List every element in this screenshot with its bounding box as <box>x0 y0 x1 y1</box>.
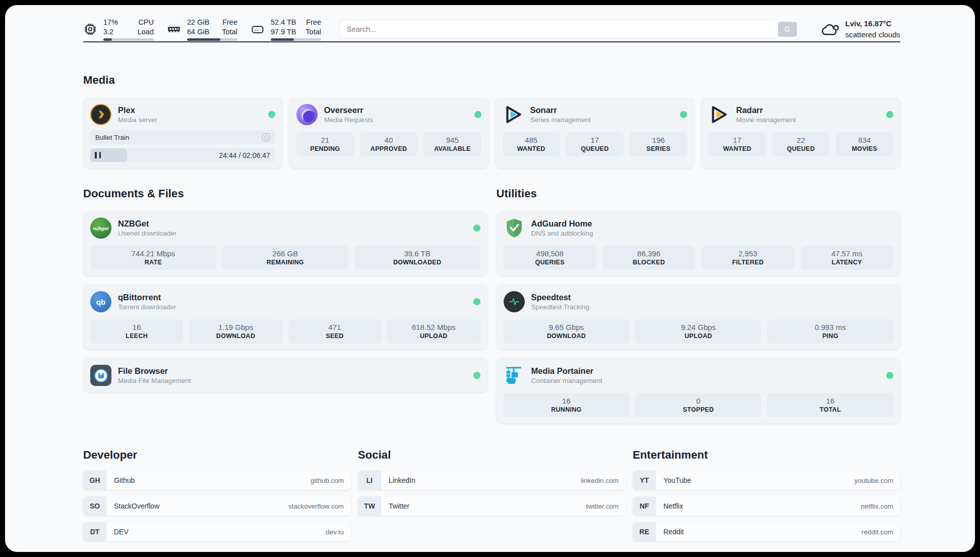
link-url: netflix.com <box>861 496 900 516</box>
section-title-social: Social <box>358 449 626 462</box>
status-online-dot <box>473 298 480 305</box>
stat-download: 1.19 Gbps DOWNLOAD <box>189 319 282 344</box>
app-name: AdGuard Home <box>531 219 593 229</box>
link-label: DEV <box>106 522 129 541</box>
cpu-icon <box>83 22 97 36</box>
link-dev[interactable]: DT DEV dev.to <box>83 522 351 541</box>
status-online-dot <box>473 225 480 232</box>
open-modal-icon[interactable] <box>262 133 270 141</box>
card-radarr[interactable]: Radarr Movie management 17 WANTED 22 QUE… <box>701 98 900 168</box>
stat-leech: 16 LEECH <box>90 319 183 344</box>
stat-download: 9.65 Gbps DOWNLOAD <box>504 319 630 344</box>
link-url: reddit.com <box>862 522 900 541</box>
section-title-documents: Documents & Files <box>83 187 487 200</box>
now-playing-title: Bullet Train <box>95 134 130 141</box>
app-description: Speedtest Tracking <box>531 303 590 311</box>
stat-stopped: 0 STOPPED <box>635 393 761 417</box>
stat-wanted: 17 WANTED <box>708 132 766 156</box>
card-adguard[interactable]: AdGuard Home DNS and adblocking 498,508 … <box>497 211 901 276</box>
app-name: Overseerr <box>324 105 374 115</box>
card-portainer[interactable]: Media Portainer Container management 16 … <box>497 359 901 423</box>
pause-icon[interactable] <box>95 152 101 158</box>
link-stackoverflow[interactable]: SO StackOverflow stackoverflow.com <box>83 496 351 516</box>
app-description: Container management <box>531 377 602 384</box>
app-description: Media Requests <box>324 116 374 124</box>
card-speedtest[interactable]: Speedtest Speedtest Tracking 9.65 Gbps D… <box>497 285 901 350</box>
link-url: github.com <box>311 471 351 490</box>
stat-series: 196 SERIES <box>630 132 687 156</box>
adguard-icon <box>504 217 525 239</box>
link-label: Reddit <box>656 522 684 541</box>
stat-wanted: 485 WANTED <box>503 132 560 156</box>
app-name: qBittorrent <box>118 293 176 302</box>
link-url: stackoverflow.com <box>288 496 351 516</box>
radarr-icon <box>708 104 729 125</box>
app-description: Media File Management <box>118 377 191 384</box>
stat-remaining: 266 GB REMAINING <box>222 246 348 270</box>
card-nzbget[interactable]: nzbget NZBGet Usenet downloader 744.21 M… <box>83 211 487 276</box>
link-badge: LI <box>358 471 381 490</box>
search-input[interactable] <box>339 20 799 39</box>
top-bar: 17% 3.2 CPU Load <box>83 5 900 38</box>
disk-free-value: 52.4 TB <box>271 18 296 27</box>
link-label: LinkedIn <box>381 471 415 490</box>
stat-ping: 0.993 ms PING <box>767 319 893 344</box>
ram-label-top: Free <box>222 18 237 27</box>
portainer-icon <box>504 365 525 386</box>
plex-now-playing: Bullet Train 24:44 / 02:06:47 <box>90 130 275 162</box>
playback-progress-bar[interactable]: 24:44 / 02:06:47 <box>90 148 275 162</box>
stat-downloaded: 39.6 TB DOWNLOADED <box>354 246 480 270</box>
link-label: Github <box>106 471 135 490</box>
status-online-dot <box>886 372 893 379</box>
search-engine-button[interactable]: G <box>776 20 799 39</box>
weather-widget[interactable]: Lviv, 16.87°C scattered clouds <box>820 18 900 40</box>
card-overseerr[interactable]: Overseerr Media Requests 21 PENDING 40 A… <box>289 98 488 168</box>
link-linkedin[interactable]: LI LinkedIn linkedin.com <box>358 471 626 490</box>
stat-seed: 471 SEED <box>288 319 381 344</box>
link-netflix[interactable]: NF Netflix netflix.com <box>633 496 900 516</box>
disk-stat: 52.4 TB 97.9 TB Free Total <box>251 18 321 41</box>
speedtest-icon <box>504 291 525 312</box>
stat-queries: 498,508 QUERIES <box>504 246 596 270</box>
link-github[interactable]: GH Github github.com <box>83 471 351 490</box>
link-badge: NF <box>633 496 656 516</box>
ram-free-value: 22 GiB <box>187 18 209 27</box>
link-badge: TW <box>358 496 381 516</box>
card-sonarr[interactable]: Sonarr Series management 485 WANTED 17 Q… <box>496 98 695 168</box>
qbittorrent-icon: qb <box>90 291 111 312</box>
link-url: dev.to <box>326 522 351 541</box>
cpu-usage-value: 17% <box>103 18 118 27</box>
section-utilities: Utilities <box>497 187 901 423</box>
link-url: linkedin.com <box>581 471 626 490</box>
weather-condition: scattered clouds <box>845 29 900 40</box>
app-name: Plex <box>118 105 157 115</box>
disk-progress-bar <box>271 38 321 41</box>
stat-approved: 40 APPROVED <box>360 132 417 156</box>
link-twitter[interactable]: TW Twitter twitter.com <box>358 496 626 516</box>
card-filebrowser[interactable]: File Browser Media File Management <box>83 359 487 392</box>
system-stats: 17% 3.2 CPU Load <box>83 18 321 41</box>
section-documents: Documents & Files nzbget NZBGet Usenet d… <box>83 187 487 392</box>
stat-upload: 618.52 Mbps UPLOAD <box>387 319 480 344</box>
cloud-icon <box>820 21 839 38</box>
disk-total-value: 97.9 TB <box>271 27 296 37</box>
section-media: Media Plex Media server <box>83 74 900 168</box>
section-title-utilities: Utilities <box>497 187 901 200</box>
stat-queued: 17 QUEUED <box>566 132 624 156</box>
ram-stat: 22 GiB 64 GiB Free Total <box>167 18 237 41</box>
stat-queued: 22 QUEUED <box>772 132 830 156</box>
link-badge: RE <box>633 522 656 541</box>
link-reddit[interactable]: RE Reddit reddit.com <box>633 522 900 541</box>
card-qbittorrent[interactable]: qb qBittorrent Torrent downloader 16 <box>83 285 487 350</box>
status-online-dot <box>886 111 893 118</box>
cpu-temp-value: 3.2 <box>103 27 118 37</box>
section-entertainment: Entertainment YT YouTube youtube.com NF … <box>633 449 900 541</box>
status-online-dot <box>473 372 480 379</box>
link-youtube[interactable]: YT YouTube youtube.com <box>633 471 900 490</box>
card-plex[interactable]: Plex Media server Bullet Train <box>83 98 282 168</box>
disk-icon <box>251 22 265 36</box>
app-description: Torrent downloader <box>118 303 176 311</box>
stat-blocked: 86,396 BLOCKED <box>602 246 695 270</box>
app-name: File Browser <box>118 366 191 376</box>
cpu-label-bottom: Load <box>138 27 154 37</box>
